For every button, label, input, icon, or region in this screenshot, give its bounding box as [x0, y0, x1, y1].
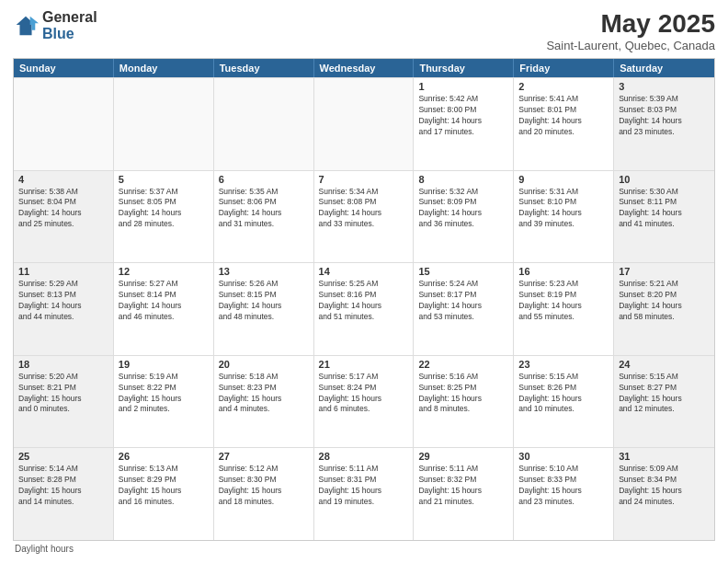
cell-line: Sunset: 8:20 PM [619, 290, 710, 301]
cell-line: and 31 minutes. [219, 219, 309, 230]
day-number: 25 [18, 451, 108, 462]
cell-line: Daylight: 15 hours [418, 486, 508, 497]
cell-line: Sunrise: 5:31 AM [518, 187, 609, 198]
cell-line: Sunset: 8:24 PM [319, 383, 409, 394]
footer-note: Daylight hours [13, 541, 715, 554]
cell-line: Daylight: 15 hours [219, 486, 309, 497]
cal-cell: 22Sunrise: 5:16 AMSunset: 8:25 PMDayligh… [414, 356, 514, 448]
cell-line: Sunrise: 5:18 AM [219, 372, 309, 383]
cell-line: and 17 minutes. [418, 127, 508, 138]
cell-line: Sunset: 8:22 PM [119, 383, 209, 394]
cal-cell: 1Sunrise: 5:42 AMSunset: 8:00 PMDaylight… [414, 78, 514, 170]
day-number: 15 [418, 266, 508, 277]
cal-cell: 12Sunrise: 5:27 AMSunset: 8:14 PMDayligh… [114, 263, 214, 355]
week-row-5: 25Sunrise: 5:14 AMSunset: 8:28 PMDayligh… [14, 447, 714, 540]
cell-line: Sunrise: 5:16 AM [418, 372, 508, 383]
day-number: 30 [518, 451, 609, 462]
cell-line: Sunset: 8:01 PM [518, 105, 609, 116]
day-number: 6 [219, 174, 309, 185]
cell-line: Sunrise: 5:15 AM [619, 372, 710, 383]
cal-cell: 3Sunrise: 5:39 AMSunset: 8:03 PMDaylight… [614, 78, 714, 170]
cell-line: and 23 minutes. [619, 127, 710, 138]
cell-line: Daylight: 15 hours [119, 486, 209, 497]
cell-line: and 28 minutes. [119, 219, 209, 230]
cell-line: Daylight: 15 hours [18, 394, 108, 405]
cell-line: Sunrise: 5:38 AM [18, 187, 108, 198]
day-number: 22 [418, 359, 508, 370]
cell-line: and 16 minutes. [119, 497, 209, 508]
logo: General Blue [13, 9, 97, 41]
week-row-2: 4Sunrise: 5:38 AMSunset: 8:04 PMDaylight… [14, 170, 714, 263]
cell-line: and 25 minutes. [18, 219, 108, 230]
day-number: 21 [319, 359, 409, 370]
cell-line: Daylight: 14 hours [619, 208, 710, 219]
cell-line: Daylight: 15 hours [18, 486, 108, 497]
cell-line: and 19 minutes. [319, 497, 409, 508]
cell-line: Daylight: 14 hours [418, 208, 508, 219]
title-block: May 2025 Saint-Laurent, Quebec, Canada [546, 9, 715, 52]
cell-line: Sunrise: 5:10 AM [518, 464, 609, 475]
day-number: 3 [619, 81, 710, 92]
page: General Blue May 2025 Saint-Laurent, Que… [0, 0, 728, 563]
cell-line: Sunrise: 5:34 AM [319, 187, 409, 198]
cell-line: Daylight: 15 hours [119, 394, 209, 405]
calendar: SundayMondayTuesdayWednesdayThursdayFrid… [13, 58, 715, 541]
cell-line: and 12 minutes. [619, 404, 710, 415]
cell-line: Daylight: 15 hours [219, 394, 309, 405]
day-number: 27 [219, 451, 309, 462]
day-number: 28 [319, 451, 409, 462]
cell-line: Sunrise: 5:37 AM [119, 187, 209, 198]
cal-cell: 31Sunrise: 5:09 AMSunset: 8:34 PMDayligh… [614, 448, 714, 540]
cell-line: Sunrise: 5:09 AM [619, 464, 710, 475]
cell-line: Sunrise: 5:14 AM [18, 464, 108, 475]
cell-line: Daylight: 14 hours [219, 301, 309, 312]
cell-line: Sunset: 8:04 PM [18, 197, 108, 208]
day-number: 4 [18, 174, 108, 185]
day-number: 31 [619, 451, 710, 462]
cell-line: Sunset: 8:29 PM [119, 475, 209, 486]
cell-line: and 8 minutes. [418, 404, 508, 415]
cal-cell: 21Sunrise: 5:17 AMSunset: 8:24 PMDayligh… [314, 356, 415, 448]
cal-cell: 19Sunrise: 5:19 AMSunset: 8:22 PMDayligh… [114, 356, 214, 448]
day-number: 7 [319, 174, 409, 185]
cal-cell: 16Sunrise: 5:23 AMSunset: 8:19 PMDayligh… [514, 263, 614, 355]
cell-line: Sunset: 8:05 PM [119, 197, 209, 208]
cell-line: Sunset: 8:34 PM [619, 475, 710, 486]
cell-line: Sunset: 8:11 PM [619, 197, 710, 208]
cell-line: Daylight: 14 hours [119, 208, 209, 219]
day-number: 19 [119, 359, 209, 370]
cell-line: Sunset: 8:17 PM [418, 290, 508, 301]
cell-line: Sunset: 8:06 PM [219, 197, 309, 208]
day-number: 24 [619, 359, 710, 370]
cell-line: Sunset: 8:13 PM [18, 290, 108, 301]
cell-line: and 0 minutes. [18, 404, 108, 415]
week-row-4: 18Sunrise: 5:20 AMSunset: 8:21 PMDayligh… [14, 355, 714, 448]
cell-line: and 44 minutes. [18, 312, 108, 323]
cell-line: Daylight: 14 hours [619, 301, 710, 312]
cell-line: Sunset: 8:25 PM [418, 383, 508, 394]
cell-line: and 51 minutes. [319, 312, 409, 323]
cell-line: Daylight: 15 hours [418, 394, 508, 405]
cal-cell: 29Sunrise: 5:11 AMSunset: 8:32 PMDayligh… [414, 448, 514, 540]
cell-line: Sunset: 8:32 PM [418, 475, 508, 486]
cell-line: Daylight: 14 hours [418, 116, 508, 127]
cell-line: Daylight: 15 hours [619, 394, 710, 405]
cell-line: Daylight: 15 hours [319, 486, 409, 497]
cal-cell: 14Sunrise: 5:25 AMSunset: 8:16 PMDayligh… [314, 263, 415, 355]
cal-cell [14, 78, 114, 170]
cell-line: and 2 minutes. [119, 404, 209, 415]
cell-line: and 33 minutes. [319, 219, 409, 230]
cal-cell: 17Sunrise: 5:21 AMSunset: 8:20 PMDayligh… [614, 263, 714, 355]
cell-line: and 41 minutes. [619, 219, 710, 230]
cell-line: Daylight: 14 hours [619, 116, 710, 127]
calendar-header: SundayMondayTuesdayWednesdayThursdayFrid… [14, 59, 714, 77]
cell-line: Sunset: 8:30 PM [219, 475, 309, 486]
cell-line: Sunrise: 5:21 AM [619, 279, 710, 290]
cell-line: Daylight: 15 hours [619, 486, 710, 497]
cell-line: Daylight: 14 hours [18, 301, 108, 312]
logo-icon [13, 13, 39, 39]
cell-line: Sunrise: 5:27 AM [119, 279, 209, 290]
cal-cell: 2Sunrise: 5:41 AMSunset: 8:01 PMDaylight… [514, 78, 614, 170]
cal-cell: 9Sunrise: 5:31 AMSunset: 8:10 PMDaylight… [514, 171, 614, 263]
cell-line: Sunrise: 5:17 AM [319, 372, 409, 383]
